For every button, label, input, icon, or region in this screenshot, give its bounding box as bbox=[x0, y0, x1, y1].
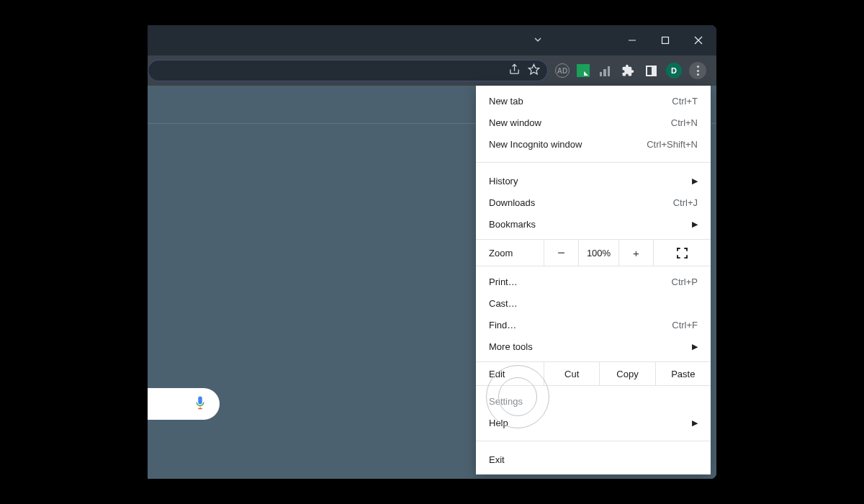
svg-rect-6 bbox=[198, 408, 202, 408]
menu-item-downloads[interactable]: DownloadsCtrl+J bbox=[476, 192, 711, 213]
menu-item-shortcut: Ctrl+J bbox=[673, 197, 698, 208]
menu-item-label: Help bbox=[489, 418, 692, 428]
bookmark-star-icon[interactable] bbox=[528, 63, 540, 78]
menu-item-shortcut: Ctrl+T bbox=[672, 96, 698, 107]
address-bar[interactable] bbox=[148, 60, 548, 81]
menu-item-new-incognito-window[interactable]: New Incognito windowCtrl+Shift+N bbox=[476, 133, 711, 155]
menu-item-shortcut: Ctrl+P bbox=[672, 276, 698, 287]
submenu-chevron-icon: ▶ bbox=[692, 342, 698, 351]
submenu-chevron-icon: ▶ bbox=[692, 176, 698, 186]
profile-avatar[interactable]: D bbox=[666, 63, 682, 78]
menu-item-shortcut: Ctrl+N bbox=[671, 117, 698, 128]
menu-item-label: New Incognito window bbox=[489, 139, 647, 150]
window-titlebar bbox=[148, 25, 716, 55]
svg-rect-5 bbox=[199, 406, 200, 408]
browser-toolbar: AD D bbox=[148, 55, 716, 86]
green-extension-icon[interactable] bbox=[577, 64, 590, 77]
paste-button[interactable]: Paste bbox=[655, 362, 711, 385]
menu-item-label: Cast… bbox=[489, 298, 698, 309]
zoom-row: Zoom − 100% + bbox=[476, 239, 711, 266]
chrome-main-menu: New tabCtrl+TNew windowCtrl+NNew Incogni… bbox=[476, 86, 711, 474]
menu-item-label: Exit bbox=[489, 454, 698, 465]
menu-item-find[interactable]: Find…Ctrl+F bbox=[476, 314, 711, 336]
menu-item-help[interactable]: Help▶ bbox=[476, 412, 711, 433]
svg-marker-4 bbox=[528, 64, 539, 73]
menu-item-label: New tab bbox=[489, 96, 672, 107]
menu-item-label: Find… bbox=[489, 320, 672, 330]
menu-item-label: Bookmarks bbox=[489, 219, 692, 230]
voice-search-icon[interactable] bbox=[194, 395, 207, 413]
cut-button[interactable]: Cut bbox=[544, 362, 599, 385]
edit-row: Edit Cut Copy Paste bbox=[476, 361, 711, 386]
edit-label: Edit bbox=[476, 362, 544, 385]
browser-window: AD D New tabCtrl+TNew windowCtrl+NNew In… bbox=[148, 25, 716, 479]
extensions-puzzle-icon[interactable] bbox=[620, 63, 636, 78]
fullscreen-button[interactable] bbox=[653, 240, 711, 266]
customize-menu-button[interactable] bbox=[689, 62, 706, 79]
zoom-label: Zoom bbox=[476, 240, 544, 266]
menu-item-settings[interactable]: Settings bbox=[476, 390, 711, 412]
tab-overflow-chevron-icon[interactable] bbox=[532, 34, 544, 48]
window-maximize-button[interactable] bbox=[649, 25, 682, 55]
copy-button[interactable]: Copy bbox=[599, 362, 654, 385]
zoom-in-button[interactable]: + bbox=[618, 240, 653, 266]
submenu-chevron-icon: ▶ bbox=[692, 220, 698, 229]
menu-item-shortcut: Ctrl+Shift+N bbox=[647, 139, 698, 150]
google-search-bar[interactable] bbox=[148, 388, 220, 420]
adblock-extension-icon[interactable]: AD bbox=[555, 63, 570, 78]
menu-item-more-tools[interactable]: More tools▶ bbox=[476, 336, 711, 357]
menu-item-label: Settings bbox=[489, 396, 698, 407]
menu-item-history[interactable]: History▶ bbox=[476, 170, 711, 192]
window-minimize-button[interactable] bbox=[616, 25, 649, 55]
zoom-out-button[interactable]: − bbox=[544, 240, 578, 266]
menu-item-shortcut: Ctrl+F bbox=[672, 320, 698, 330]
menu-item-cast[interactable]: Cast… bbox=[476, 292, 711, 314]
menu-item-label: Downloads bbox=[489, 197, 673, 208]
submenu-chevron-icon: ▶ bbox=[692, 418, 698, 428]
extensions-tray: AD D bbox=[555, 62, 711, 79]
menu-item-label: History bbox=[489, 176, 692, 186]
menu-item-label: More tools bbox=[489, 341, 692, 352]
menu-item-exit[interactable]: Exit bbox=[476, 449, 711, 470]
window-close-button[interactable] bbox=[682, 25, 715, 55]
menu-item-new-window[interactable]: New windowCtrl+N bbox=[476, 112, 711, 133]
bars-extension-icon[interactable] bbox=[597, 63, 613, 78]
zoom-value: 100% bbox=[578, 240, 618, 266]
svg-rect-1 bbox=[662, 37, 669, 44]
share-icon[interactable] bbox=[508, 63, 521, 78]
menu-separator bbox=[476, 162, 711, 163]
menu-item-label: Print… bbox=[489, 276, 672, 287]
menu-separator bbox=[476, 441, 711, 441]
side-panel-icon[interactable] bbox=[643, 63, 659, 78]
menu-item-print[interactable]: Print…Ctrl+P bbox=[476, 271, 711, 292]
menu-item-label: New window bbox=[489, 117, 671, 128]
menu-item-bookmarks[interactable]: Bookmarks▶ bbox=[476, 213, 711, 235]
menu-item-new-tab[interactable]: New tabCtrl+T bbox=[476, 90, 711, 112]
